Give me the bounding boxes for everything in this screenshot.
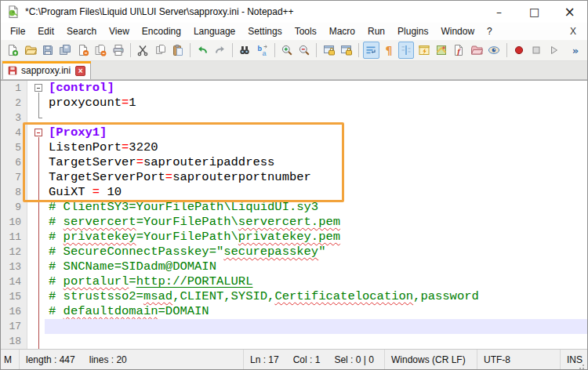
replace-button[interactable]: ba — [254, 42, 270, 59]
new-file-icon — [6, 44, 19, 56]
line-text: ListenPort=3220 — [45, 140, 587, 155]
undo-button[interactable] — [194, 42, 210, 59]
save-all-button[interactable] — [57, 42, 73, 59]
undo-icon — [196, 44, 209, 56]
redo-button[interactable] — [212, 42, 227, 59]
resize-grip[interactable] — [583, 365, 584, 366]
line-number: 3 — [1, 111, 27, 125]
menu-item-tools[interactable]: Tools — [289, 24, 323, 39]
editor-line-4[interactable]: 4[Proxy1] — [1, 125, 587, 140]
cut-button[interactable] — [135, 42, 151, 59]
menu-item-run[interactable]: Run — [361, 24, 391, 39]
zoom-in-button[interactable] — [279, 42, 295, 59]
code-segment: servercert.pem — [238, 215, 340, 229]
editor-line-14[interactable]: 14# portalurl=http://PORTALURL — [1, 274, 587, 289]
toolbar-overflow-button[interactable]: » — [568, 42, 583, 59]
line-number: 1 — [1, 81, 27, 96]
svg-text:»: » — [572, 45, 579, 56]
sync-vertical-scroll-button[interactable] — [321, 42, 336, 59]
fold-margin — [34, 230, 45, 245]
menu-item-help[interactable]: ? — [481, 24, 499, 39]
macro-record-button[interactable] — [510, 42, 526, 59]
close-all-button[interactable] — [93, 42, 108, 59]
editor-line-15[interactable]: 15# strustsso2=msad,CLIENT,SYSID,Certifi… — [1, 289, 587, 304]
menu-close-icon[interactable]: X — [562, 26, 584, 37]
copy-button[interactable] — [152, 42, 168, 59]
print-button[interactable] — [111, 42, 126, 59]
code-segment: saprouterportnumber — [172, 170, 311, 184]
menu-item-edit[interactable]: Edit — [31, 24, 60, 39]
folder-as-workspace-button[interactable] — [469, 42, 485, 59]
macro-play-icon — [547, 44, 560, 56]
editor-line-11[interactable]: 11# privatekey=YourFilePath\privatekey.p… — [1, 230, 587, 245]
editor-line-2[interactable]: 2proxycount=1 — [1, 96, 587, 111]
editor-line-10[interactable]: 10# servercert=YourFilePath\servercert.p… — [1, 215, 587, 230]
monitoring-button[interactable] — [486, 42, 502, 59]
code-segment: ,CLIENT,SYSID, — [172, 289, 274, 303]
editor-line-7[interactable]: 7TargetServerPort=saprouterportnumber — [1, 170, 587, 185]
status-encoding[interactable]: UTF-8 — [477, 350, 561, 369]
editor-line-3[interactable]: 3 — [1, 111, 587, 125]
line-text: # SecureConnectPasskey="securepasskey" — [45, 245, 587, 259]
menu-item-plugins[interactable]: Plugins — [391, 24, 434, 39]
function-list-icon: f — [452, 44, 465, 56]
url-link[interactable]: http://PORTALURL — [136, 274, 253, 288]
editor-line-13[interactable]: 13# SNCName=SIDadm@DOMAIN — [1, 259, 587, 274]
menu-item-encoding[interactable]: Encoding — [136, 24, 187, 39]
toolbar-separator — [358, 43, 359, 57]
editor-line-18[interactable]: 18 — [1, 334, 587, 349]
editor-line-16[interactable]: 16# defaultdomain=DOMAIN — [1, 304, 587, 319]
editor-line-1[interactable]: 1[control] — [1, 81, 587, 96]
fold-margin — [34, 111, 45, 125]
editor-line-17[interactable]: 17 — [1, 319, 587, 334]
define-language-icon — [418, 44, 430, 56]
new-file-button[interactable] — [5, 42, 20, 59]
close-button[interactable] — [75, 42, 91, 59]
toolbar-separator — [316, 43, 317, 57]
line-text: GuiXT = 10 — [45, 185, 587, 200]
menu-item-language[interactable]: Language — [187, 24, 241, 39]
editor[interactable]: 1[control]2proxycount=134[Proxy1]5Listen… — [1, 80, 587, 349]
close-button[interactable]: × — [552, 1, 587, 23]
word-wrap-button[interactable] — [363, 42, 379, 59]
minimize-button[interactable]: – — [481, 1, 517, 23]
menu-item-window[interactable]: Window — [434, 24, 481, 39]
paste-button[interactable] — [170, 42, 186, 59]
fold-toggle-icon[interactable] — [34, 125, 45, 140]
menu-item-settings[interactable]: Settings — [241, 24, 288, 39]
zoom-out-button[interactable] — [296, 42, 312, 59]
find-button[interactable] — [237, 42, 252, 59]
macro-stop-button[interactable] — [528, 42, 544, 59]
editor-line-6[interactable]: 6TargetServer=saprouteripaddress — [1, 155, 587, 170]
tab-sapproxy-ini[interactable]: sapproxy.ini × — [2, 61, 91, 79]
code-segment: defaultdomain — [64, 304, 158, 318]
menu-item-file[interactable]: File — [4, 24, 31, 39]
status-position: Ln : 17 Col : 1 Sel : 0 | 0 — [244, 350, 385, 369]
sync-horizontal-scroll-button[interactable] — [339, 42, 354, 59]
line-number: 9 — [1, 200, 27, 215]
status-insert-mode[interactable]: INS — [561, 350, 587, 369]
function-list-button[interactable]: f — [451, 42, 466, 59]
folder-as-workspace-icon — [470, 44, 483, 56]
tab-close-icon[interactable]: × — [75, 66, 85, 76]
menu-item-view[interactable]: View — [103, 24, 136, 39]
menu-item-macro[interactable]: Macro — [323, 24, 361, 39]
editor-line-8[interactable]: 8GuiXT = 10 — [1, 185, 587, 200]
open-file-button[interactable] — [22, 42, 38, 59]
save-button[interactable] — [40, 42, 56, 59]
editor-line-12[interactable]: 12# SecureConnectPasskey="securepasskey" — [1, 245, 587, 259]
menu-item-search[interactable]: Search — [60, 24, 103, 39]
indent-guide-button[interactable] — [398, 42, 414, 59]
tab-label: sapproxy.ini — [21, 65, 71, 76]
document-map-button[interactable] — [434, 42, 449, 59]
maximize-button[interactable]: □ — [517, 1, 552, 23]
define-language-button[interactable] — [416, 42, 431, 59]
editor-line-9[interactable]: 9# ClientSY3=YourFilePath\LiquidUI.sy3 — [1, 200, 587, 215]
window-controls: – □ × — [481, 1, 587, 23]
show-all-characters-button[interactable]: ¶ — [381, 42, 397, 59]
fold-toggle-icon[interactable] — [34, 81, 45, 96]
line-number: 7 — [1, 170, 27, 185]
editor-line-5[interactable]: 5ListenPort=3220 — [1, 140, 587, 155]
macro-play-button[interactable] — [546, 42, 561, 59]
status-eol[interactable]: Windows (CR LF) — [385, 350, 477, 369]
